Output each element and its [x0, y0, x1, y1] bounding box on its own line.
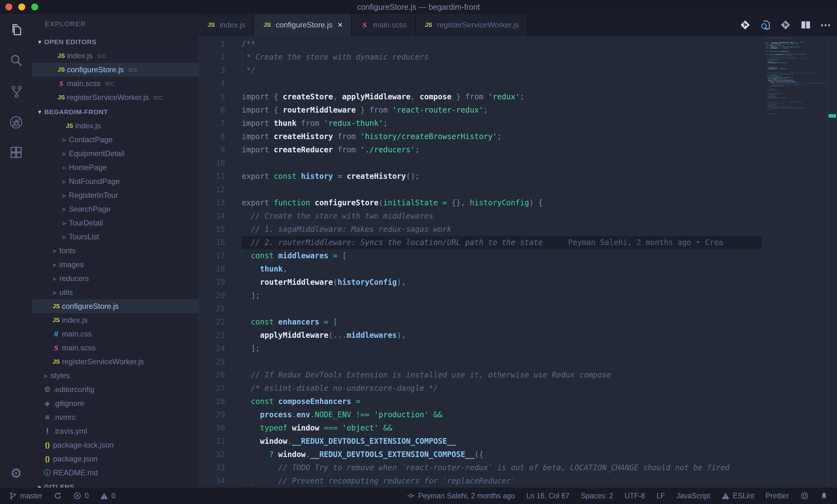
code-line-20[interactable]: 20 ]; [198, 289, 837, 302]
tree-item-.gitignore[interactable]: ◆.gitignore [32, 396, 198, 410]
code-line-26[interactable]: 26 // If Redux DevTools Extension is ins… [198, 368, 837, 381]
open-editor-main.scss[interactable]: Smain.scsssrc [32, 77, 198, 91]
code-line-6[interactable]: 6import { routerMiddleware } from 'react… [198, 104, 837, 117]
code-line-25[interactable]: 25 [198, 355, 837, 368]
code-line-7[interactable]: 7import thunk from 'redux-thunk'; [198, 117, 837, 130]
code-line-3[interactable]: 3 */ [198, 64, 837, 77]
code-line-9[interactable]: 9import createReducer from './reducers'; [198, 143, 837, 156]
code-line-12[interactable]: 12 [198, 183, 837, 196]
code-line-30[interactable]: 30 typeof window === 'object' && [198, 422, 837, 435]
tab-close-icon[interactable]: × [337, 20, 342, 30]
more-actions-icon[interactable]: ⋯ [820, 19, 832, 31]
tree-item-configureStore.js[interactable]: JSconfigureStore.js [32, 299, 198, 313]
tree-item-EquipmentDetail[interactable]: ▹EquipmentDetail [32, 147, 198, 161]
tree-item-NotFoundPage[interactable]: ▹NotFoundPage [32, 174, 198, 188]
code-line-4[interactable]: 4 [198, 77, 837, 90]
code-line-10[interactable]: 10 [198, 156, 837, 170]
code-line-13[interactable]: 13export function configureStore(initial… [198, 196, 837, 209]
code-line-19[interactable]: 19 routerMiddleware(historyConfig), [198, 276, 837, 289]
status-peyman-salehi-2-months-ago[interactable]: Peyman Salehi, 2 months ago [407, 492, 515, 500]
code-line-33[interactable]: 33 // TODO Try to remove when `react-rou… [198, 461, 837, 474]
tree-item-registerServiceWorker.js[interactable]: JSregisterServiceWorker.js [32, 355, 198, 369]
tree-item-main.scss[interactable]: Smain.scss [32, 341, 198, 355]
code-line-5[interactable]: 5import { createStore, applyMiddleware, … [198, 90, 837, 104]
tree-item-package-lock.json[interactable]: {}package-lock.json [32, 438, 198, 452]
section-project-root[interactable]: ▾BEGARDIM-FRONT [32, 105, 198, 119]
source-control-icon[interactable] [8, 84, 24, 99]
status-sync[interactable] [54, 492, 62, 500]
tree-item-README.md[interactable]: ⓘREADME.md [32, 466, 198, 480]
tree-item-.travis.yml[interactable]: !.travis.yml [32, 424, 198, 438]
search-icon[interactable] [8, 53, 24, 68]
extensions-icon[interactable] [8, 146, 24, 161]
gitlens-icon[interactable] [780, 19, 791, 31]
tab-registerServiceWorker.js[interactable]: JSregisterServiceWorker.js [416, 14, 528, 36]
tab-configureStore.js[interactable]: JSconfigureStore.js× [254, 14, 351, 36]
code-line-32[interactable]: 32 ? window.__REDUX_DEVTOOLS_EXTENSION_C… [198, 448, 837, 461]
code-line-15[interactable]: 15 // 1. sagaMiddleware: Makes redux-sag… [198, 223, 837, 236]
tree-item-HomePage[interactable]: ▹HomePage [32, 161, 198, 174]
code-line-16[interactable]: 16 // 2. routerMiddleware: Syncs the loc… [198, 236, 837, 249]
code-line-18[interactable]: 18 thunk, [198, 262, 837, 276]
status-0[interactable]: 0 [73, 492, 89, 500]
tree-item-RegisterInTour[interactable]: ▹RegisterInTour [32, 188, 198, 202]
section-open-editors[interactable]: ▾OPEN EDITORS [32, 35, 198, 49]
tree-item-reducers[interactable]: ▹reducers [32, 272, 198, 285]
open-editor-configureStore.js[interactable]: JSconfigureStore.jssrc [32, 63, 198, 77]
code-line-1[interactable]: 1/** [198, 37, 837, 51]
open-editor-index.js[interactable]: JSindex.jssrc [32, 49, 198, 63]
tree-item-styles[interactable]: ▹styles [32, 369, 198, 382]
status-eslint[interactable]: ESLint [722, 492, 754, 500]
status-ln-16-col-67[interactable]: Ln 16, Col 67 [527, 492, 570, 500]
tree-item-index.js[interactable]: JSindex.js [32, 313, 198, 327]
code-line-27[interactable]: 27 /* eslint-disable no-underscore-dangl… [198, 381, 837, 395]
status-prettier[interactable]: Prettier [766, 492, 789, 500]
code-line-17[interactable]: 17 const middlewares = [ [198, 249, 837, 262]
status-spaces-2[interactable]: Spaces: 2 [581, 492, 613, 500]
overview-ruler[interactable] [827, 36, 837, 488]
status-smiley[interactable] [800, 492, 808, 500]
code-line-8[interactable]: 8import createHistory from 'history/crea… [198, 130, 837, 143]
status-lf[interactable]: LF [657, 492, 665, 500]
tab-index.js[interactable]: JSindex.js [198, 14, 254, 36]
status-bell[interactable] [820, 492, 828, 500]
code-line-23[interactable]: 23 applyMiddleware(...middlewares), [198, 329, 837, 342]
tree-item-fonts[interactable]: ▹fonts [32, 244, 198, 258]
code-line-29[interactable]: 29 process.env.NODE_ENV !== 'production'… [198, 408, 837, 422]
tree-item-ToursList[interactable]: ▹ToursList [32, 230, 198, 244]
tree-item-main.css[interactable]: #main.css [32, 327, 198, 341]
status-javascript[interactable]: JavaScript [676, 492, 710, 500]
settings-gear-icon[interactable]: ⚙ [0, 466, 32, 481]
files-icon[interactable] [8, 22, 24, 37]
code-line-31[interactable]: 31 window.__REDUX_DEVTOOLS_EXTENSION_COM… [198, 435, 837, 448]
code-line-11[interactable]: 11export const history = createHistory()… [198, 170, 837, 183]
code-line-24[interactable]: 24 ]; [198, 342, 837, 355]
tree-item-.editorconfig[interactable]: ⚙.editorconfig [32, 382, 198, 396]
split-editor-icon[interactable] [800, 19, 812, 31]
tree-item-index.js[interactable]: JSindex.js [32, 119, 198, 133]
debug-icon[interactable] [8, 115, 24, 130]
tree-item-package.json[interactable]: {}package.json [32, 452, 198, 466]
tree-item-SearchPage[interactable]: ▹SearchPage [32, 202, 198, 216]
open-editor-registerServiceWorker.js[interactable]: JSregisterServiceWorker.jssrc [32, 91, 198, 105]
code-line-21[interactable]: 21 [198, 302, 837, 315]
tree-item-TourDetail[interactable]: ▹TourDetail [32, 216, 198, 230]
code-line-28[interactable]: 28 const composeEnhancers = [198, 395, 837, 408]
code-line-22[interactable]: 22 const enhancers = [ [198, 315, 837, 329]
code-line-34[interactable]: 34 // Prevent recomputing reducers for `… [198, 474, 837, 488]
tree-item-utils[interactable]: ▹utils [32, 285, 198, 299]
tree-item-ContactPage[interactable]: ▹ContactPage [32, 133, 198, 147]
section-gitlens[interactable]: ▸GITLENS [32, 480, 198, 488]
status-utf-8[interactable]: UTF-8 [625, 492, 645, 500]
gitlens-file-annotations-icon[interactable] [739, 19, 751, 31]
search-file-icon[interactable] [759, 19, 771, 31]
code-line-2[interactable]: 2 * Create the store with dynamic reduce… [198, 51, 837, 64]
code-line-14[interactable]: 14 // Create the store with two middlewa… [198, 209, 837, 223]
tree-item-.nvmrc[interactable]: ≡.nvmrc [32, 410, 198, 424]
tab-main.scss[interactable]: Smain.scss [352, 14, 416, 36]
status-0[interactable]: 0 [100, 492, 115, 500]
tree-item-images[interactable]: ▹images [32, 258, 198, 272]
status-master[interactable]: master [9, 492, 42, 500]
minimap[interactable]: /** * Create the store with dynamic redu… [765, 36, 827, 127]
code-editor[interactable]: 1/**2 * Create the store with dynamic re… [198, 36, 837, 488]
